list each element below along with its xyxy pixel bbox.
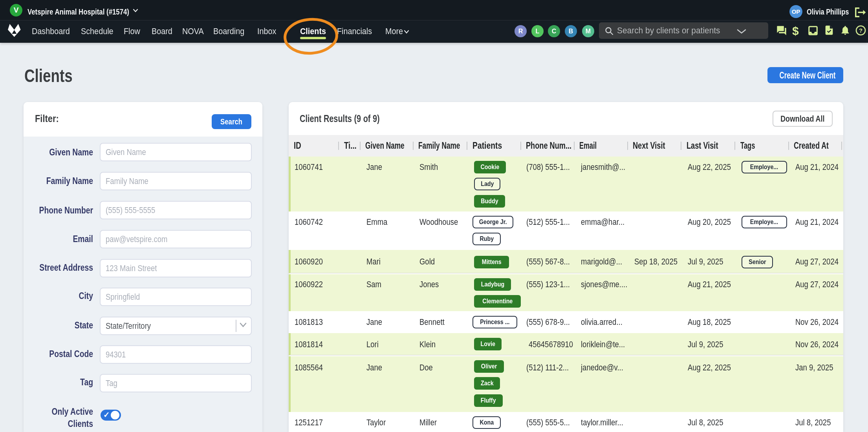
svg-text:?: ? — [859, 27, 863, 34]
